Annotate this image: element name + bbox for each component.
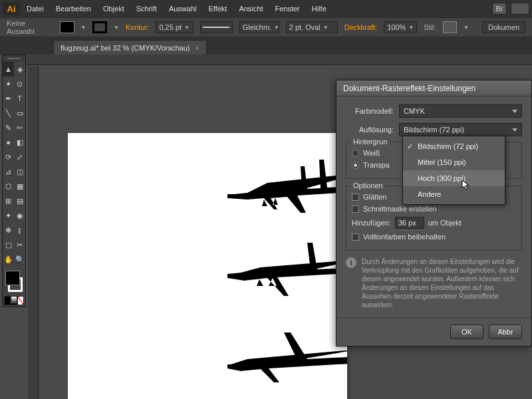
info-row: i Durch Änderungen an diesen Einstellung… <box>346 257 522 309</box>
zoom-tool[interactable]: 🔍 <box>14 252 25 267</box>
rotate-tool[interactable]: ⟳ <box>3 150 14 164</box>
menu-auswahl[interactable]: Auswahl <box>164 2 202 15</box>
dropdown-item-150ppi[interactable]: Mittel (150 ppi) <box>403 154 505 170</box>
fill-stroke-indicator[interactable] <box>4 269 24 293</box>
fill-color-box[interactable] <box>5 271 20 285</box>
rectangle-tool[interactable]: ▭ <box>14 106 25 120</box>
add-around-row: Hinzufügen: 36 px um Objekt <box>352 217 516 229</box>
shape-builder-tool[interactable]: ⬡ <box>3 179 14 194</box>
graph-tool[interactable]: ⫿ <box>14 223 25 237</box>
stroke-dropdown-arrow[interactable]: ▼ <box>114 25 119 31</box>
width-tool[interactable]: ⊿ <box>3 164 14 179</box>
checkbox-icon <box>352 233 359 241</box>
document-tab[interactable]: flugzeug.ai* bei 32 % (CMYK/Vorschau) × <box>53 40 207 55</box>
ok-button[interactable]: OK <box>450 325 483 339</box>
eraser-tool[interactable]: ◧ <box>14 135 25 150</box>
stroke-style-select[interactable]: Gleichm.▼ <box>239 21 279 33</box>
menu-effekt[interactable]: Effekt <box>203 2 232 15</box>
scale-tool[interactable]: ⤢ <box>14 150 25 164</box>
tab-close-icon[interactable]: × <box>195 44 199 52</box>
airplane-silhouette-2 <box>227 239 347 299</box>
color-mode-row <box>4 296 24 305</box>
spotcolor-label: Volltonfarben beibehalten <box>363 233 446 241</box>
gradient-tool[interactable]: ▤ <box>14 194 25 208</box>
add-label: Hinzufügen: <box>352 219 391 227</box>
spotcolor-check-row[interactable]: Volltonfarben beibehalten <box>352 233 516 241</box>
white-radio-label: Weiß <box>363 149 380 157</box>
symbol-sprayer-tool[interactable]: ❋ <box>3 223 14 237</box>
menu-fenster[interactable]: Fenster <box>269 2 305 15</box>
stroke-profile[interactable] <box>200 21 233 33</box>
ruler-vertical[interactable] <box>28 66 39 399</box>
color-mode-gradient[interactable] <box>11 296 17 305</box>
menu-bearbeiten[interactable]: Bearbeiten <box>51 2 96 15</box>
ruler-horizontal[interactable] <box>27 55 532 65</box>
control-bar: Keine Auswahl ▼ ▼ Kontur: 0,25 pt▼ Gleic… <box>0 17 532 37</box>
dialog-title-bar[interactable]: Dokument-Rastereffekt-Einstellungen <box>336 80 531 96</box>
clipmask-label: Schnittmaske erstellen <box>363 205 437 213</box>
eyedropper-tool[interactable]: ✦ <box>3 208 14 223</box>
cancel-button[interactable]: Abbr <box>489 325 522 339</box>
add-suffix: um Objekt <box>428 219 462 227</box>
clipmask-check-row[interactable]: Schnittmaske erstellen <box>352 205 516 213</box>
artboard[interactable] <box>68 133 347 399</box>
graphic-style-swatch[interactable] <box>443 21 457 33</box>
bridge-button[interactable]: Br <box>492 3 507 15</box>
perspective-tool[interactable]: ▦ <box>14 179 25 194</box>
magic-wand-tool[interactable]: ✦ <box>3 76 14 91</box>
menu-objekt[interactable]: Objekt <box>98 2 130 15</box>
stroke-width-input[interactable]: 0,25 pt▼ <box>156 21 194 33</box>
tools-grip[interactable] <box>3 55 25 62</box>
resolution-select[interactable]: Bildschirm (72 ppi) <box>399 123 522 136</box>
free-transform-tool[interactable]: ◫ <box>14 164 25 179</box>
document-setup-button[interactable]: Dokumen <box>482 21 525 33</box>
dropdown-item-300ppi[interactable]: Hoch (300 ppi) <box>403 170 505 186</box>
main-menu-bar: Ai Datei Bearbeiten Objekt Schrift Auswa… <box>0 0 532 17</box>
chevron-down-icon <box>512 110 517 113</box>
color-model-select[interactable]: CMYK <box>399 104 522 118</box>
pencil-tool[interactable]: ✏ <box>14 120 25 135</box>
type-tool[interactable]: T <box>14 91 25 106</box>
menu-datei[interactable]: Datei <box>21 2 49 15</box>
paintbrush-tool[interactable]: ✎ <box>3 120 14 135</box>
menu-hilfe[interactable]: Hilfe <box>307 2 332 15</box>
opacity-label[interactable]: Deckkraft: <box>344 23 378 31</box>
brush-select[interactable]: 2 pt. Oval▼ <box>286 21 338 33</box>
direct-selection-tool[interactable]: ◈ <box>14 62 25 76</box>
slice-tool[interactable]: ✂ <box>14 237 25 252</box>
resolution-dropdown-popup: Bildschirm (72 ppi) Mittel (150 ppi) Hoc… <box>402 136 505 205</box>
lasso-tool[interactable]: ⊙ <box>14 76 25 91</box>
options-group-title: Optionen <box>350 182 386 190</box>
radio-icon <box>352 150 359 157</box>
stroke-label[interactable]: Kontur: <box>126 23 149 31</box>
menu-ansicht[interactable]: Ansicht <box>233 2 268 15</box>
arrange-button[interactable] <box>511 3 529 15</box>
antialias-label: Glätten <box>363 193 386 201</box>
opacity-input[interactable]: 100%▼ <box>384 21 417 33</box>
tools-panel: ▲◈ ✦⊙ ✒T ╲▭ ✎✏ ●◧ ⟳⤢ ⊿◫ ⬡▦ ⊞▤ ✦◉ ❋⫿ ▢✂ ✋… <box>2 55 26 307</box>
blob-brush-tool[interactable]: ● <box>3 135 14 150</box>
style-dropdown-arrow[interactable]: ▼ <box>464 25 469 31</box>
menu-schrift[interactable]: Schrift <box>131 2 162 15</box>
color-mode-none[interactable] <box>17 296 24 305</box>
dropdown-item-72ppi[interactable]: Bildschirm (72 ppi) <box>403 138 505 154</box>
pen-tool[interactable]: ✒ <box>3 91 14 106</box>
checkbox-icon <box>352 205 359 213</box>
dropdown-item-other[interactable]: Andere <box>403 186 505 202</box>
selection-tool[interactable]: ▲ <box>3 62 14 76</box>
resolution-label: Auflösung: <box>346 126 394 134</box>
line-tool[interactable]: ╲ <box>3 106 14 120</box>
blend-tool[interactable]: ◉ <box>14 208 25 223</box>
artboard-tool[interactable]: ▢ <box>3 237 14 252</box>
background-group-title: Hintergrun <box>350 138 390 146</box>
opacity-value: 100% <box>387 23 406 31</box>
add-pixels-input[interactable]: 36 px <box>395 217 424 229</box>
resolution-value: Bildschirm (72 ppi) <box>404 126 464 134</box>
hand-tool[interactable]: ✋ <box>3 252 14 267</box>
color-model-value: CMYK <box>404 107 425 115</box>
fill-swatch[interactable] <box>60 21 74 33</box>
mesh-tool[interactable]: ⊞ <box>3 194 14 208</box>
fill-dropdown-arrow[interactable]: ▼ <box>81 25 86 31</box>
stroke-swatch[interactable] <box>92 21 107 33</box>
color-mode-solid[interactable] <box>4 296 11 305</box>
